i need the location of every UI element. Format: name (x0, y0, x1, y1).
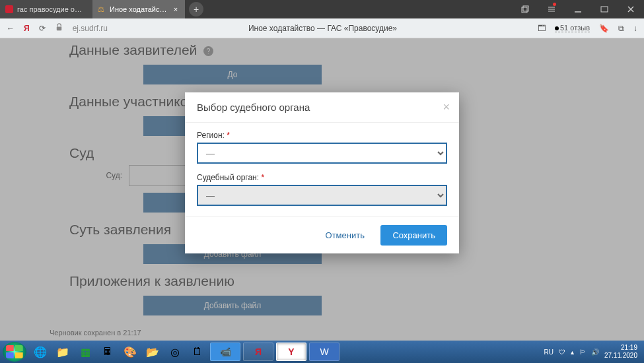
download-icon[interactable]: ↓ (633, 24, 637, 33)
taskbar-app-y1[interactable]: Я (243, 343, 273, 361)
favicon-yandex (5, 5, 13, 13)
tray-speaker-icon[interactable]: 🔊 (591, 348, 599, 356)
taskbar: 🌐 📁 ▦ 🖩 🎨 📂 ◎ 🗒 📹 Я Y W RU 🛡 ▴ 🏳 🔊 21:19… (0, 341, 644, 363)
court-select-modal: Выбор судебного органа × Регион: * — Суд… (185, 92, 459, 253)
favicon-court: ⚖ (98, 5, 106, 13)
window-close-icon[interactable] (618, 0, 644, 18)
modal-close-icon[interactable]: × (443, 100, 450, 114)
svg-rect-0 (522, 7, 527, 13)
reviews-link[interactable]: 51 отзыв (555, 24, 590, 32)
court-body-label: Судебный орган: * (197, 173, 447, 182)
svg-rect-6 (601, 7, 608, 12)
tab-close-icon[interactable]: × (172, 5, 180, 13)
start-button[interactable] (3, 342, 26, 362)
region-select[interactable]: — (197, 143, 447, 164)
extensions-icon[interactable]: ⧉ (618, 24, 624, 33)
window-minimize-icon[interactable] (565, 0, 591, 18)
yandex-icon[interactable]: Я (24, 24, 30, 33)
region-label: Регион: * (197, 131, 447, 140)
translate-icon[interactable]: 🗔 (538, 24, 546, 33)
taskbar-paint-icon[interactable]: 🎨 (119, 343, 141, 361)
modal-cancel-button[interactable]: Отменить (316, 225, 374, 246)
tab-title: Иное ходатайство — ГА (110, 5, 168, 13)
browser-tab-2[interactable]: ⚖ Иное ходатайство — ГА × (92, 0, 185, 18)
modal-save-button[interactable]: Сохранить (380, 225, 447, 246)
browser-titlebar: гас правосудие официаль ⚖ Иное ходатайст… (0, 0, 644, 18)
taskbar-folder-icon[interactable]: 📂 (141, 343, 164, 361)
lock-icon[interactable] (55, 23, 63, 34)
back-icon[interactable]: ← (7, 24, 15, 33)
taskbar-excel-icon[interactable]: ▦ (74, 343, 96, 361)
tray-lang[interactable]: RU (544, 348, 553, 356)
bookmark-icon[interactable]: 🔖 (599, 24, 609, 33)
tray-chevron-up-icon[interactable]: ▴ (571, 348, 574, 356)
taskbar-chrome-icon[interactable]: ◎ (164, 343, 186, 361)
page-viewport: Данные заявителей ? До Данные участников… (0, 38, 644, 341)
modal-title: Выбор судебного органа (197, 102, 310, 113)
taskbar-calc-icon[interactable]: 🖩 (96, 343, 119, 361)
taskbar-ie-icon[interactable]: 🌐 (29, 343, 52, 361)
taskbar-explorer-icon[interactable]: 📁 (52, 343, 74, 361)
browser-tab-1[interactable]: гас правосудие официаль (0, 0, 92, 18)
window-copy-icon[interactable] (512, 0, 538, 18)
window-menu-icon[interactable] (538, 0, 565, 18)
taskbar-zoom-app[interactable]: 📹 (210, 343, 240, 361)
svg-rect-1 (523, 6, 528, 11)
court-body-select[interactable]: — (197, 185, 447, 206)
svg-rect-9 (56, 26, 61, 30)
taskbar-word-app[interactable]: W (309, 343, 340, 361)
tray-flag-icon[interactable]: 🏳 (579, 348, 586, 356)
url-host[interactable]: ej.sudrf.ru (73, 24, 108, 33)
tray-clock[interactable]: 21:19 27.11.2020 (604, 344, 637, 360)
new-tab-button[interactable]: + (189, 2, 203, 16)
reload-icon[interactable]: ⟳ (39, 24, 46, 33)
page-title: Иное ходатайство — ГАС «Правосудие» (117, 24, 528, 33)
window-maximize-icon[interactable] (591, 0, 618, 18)
tray-shield-icon[interactable]: 🛡 (559, 348, 565, 356)
taskbar-notes-icon[interactable]: 🗒 (186, 343, 209, 361)
tab-title: гас правосудие официаль (17, 5, 87, 13)
taskbar-app-y2[interactable]: Y (276, 343, 306, 361)
address-bar: ← Я ⟳ ej.sudrf.ru Иное ходатайство — ГАС… (0, 18, 644, 38)
